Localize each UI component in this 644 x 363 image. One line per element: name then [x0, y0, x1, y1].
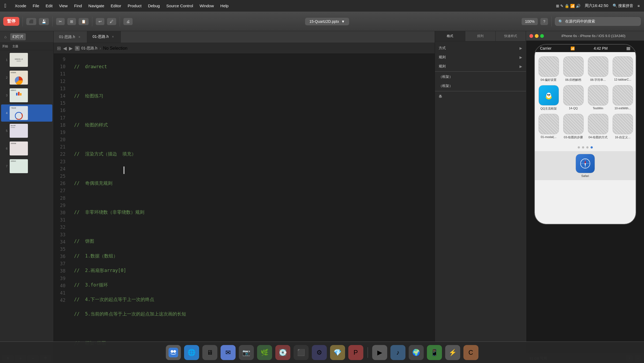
code-line-19: // 非零环绕数（非零绕数）规则 — [74, 209, 430, 216]
target-selector[interactable]: 15-Quartz2D.pptx ▼ — [305, 17, 349, 26]
traffic-light-yellow[interactable] — [535, 34, 539, 38]
menu-source-control[interactable]: Source Control — [166, 3, 193, 8]
ios-app-12[interactable]: 12-tabbarC... — [612, 56, 634, 82]
toolbar-redo-btn[interactable]: 🖊 — [107, 18, 116, 25]
menu-file[interactable]: File — [33, 3, 39, 8]
toolbar-back-btn[interactable]: ⬛ — [26, 18, 36, 25]
context-item-4[interactable]: （框架） — [435, 72, 526, 81]
ios-app-qq[interactable]: QQ主流框架 — [538, 85, 559, 111]
traffic-light-red[interactable] — [529, 34, 533, 38]
menubar-search[interactable]: 🔍 搜索拼音 — [613, 3, 633, 8]
ios-app-safari[interactable]: Safari — [575, 154, 596, 177]
right-panel-tabs: 格式 排列 快速样式 — [435, 31, 526, 41]
menu-window[interactable]: Window — [200, 3, 214, 8]
ios-app-06[interactable]: 06-归档解档 — [563, 56, 584, 82]
dock-photos[interactable]: 📷 — [239, 345, 254, 360]
context-item-3[interactable]: 规则 ▶ — [435, 62, 526, 71]
breadcrumb-expand-btn[interactable]: ⊞ — [57, 45, 61, 51]
ios-app-04[interactable]: 04-偏好设置 — [538, 56, 559, 82]
code-content[interactable]: // drawrect // 绘图练习 // 绘图的样式 // 渲染方式（描边 … — [70, 54, 435, 363]
ios-app-14[interactable]: 14-QQ — [563, 85, 584, 111]
toolbar-copy-btn[interactable]: ⊞ — [67, 18, 76, 25]
context-item-6[interactable]: 条 — [435, 92, 526, 101]
menu-xcode[interactable]: Xcode — [15, 3, 26, 8]
context-item-5[interactable]: （框架） — [435, 81, 526, 90]
ios-app-08[interactable]: 08-字符串... — [587, 56, 609, 82]
right-panel-tab-quickstyle[interactable]: 快速样式 — [496, 31, 526, 41]
code-line-9: // drawrect — [74, 63, 430, 70]
ios-app-testwin[interactable]: TestWin — [587, 85, 609, 111]
dock-phone[interactable]: 📱 — [427, 345, 442, 360]
dock-terminal[interactable]: ⬛ — [294, 345, 309, 360]
breadcrumb-forward-btn[interactable]: ▶ — [69, 45, 73, 51]
toolbar-help-btn[interactable]: ? — [540, 18, 548, 25]
menu-debug[interactable]: Debug — [148, 3, 160, 8]
sidebar-home-btn[interactable]: ⌂ — [2, 33, 9, 40]
dock-csdn[interactable]: C — [463, 345, 478, 360]
tab-close-2[interactable]: × — [111, 35, 115, 39]
menu-find[interactable]: Find — [74, 3, 82, 8]
slide-item-7[interactable]: 7 矩阵制作 — [1, 158, 52, 175]
ios-app-01modal[interactable]: 01-modal(... — [538, 114, 559, 139]
slide-thumb-5: Quartz2D 应用领域 — [10, 124, 28, 138]
dock-unknown2[interactable]: ⚡ — [445, 345, 460, 360]
toolbar-search[interactable]: 🔍 在源代码中的搜索 — [555, 17, 641, 26]
dock-safari[interactable]: 🌐 — [184, 345, 199, 360]
context-label-6: 条 — [439, 94, 442, 99]
page-dot-2 — [586, 146, 588, 148]
toolbar-cut-btn[interactable]: ✂ — [56, 18, 65, 25]
dock-itunes[interactable]: ♪ — [390, 345, 405, 360]
dock-quicktime[interactable]: ▶ — [372, 345, 387, 360]
slide-item-5[interactable]: 5 Quartz2D 应用领域 — [1, 122, 52, 139]
toolbar-print-btn[interactable]: 🖨 — [123, 18, 133, 25]
dock-dvd[interactable]: 💽 — [275, 345, 290, 360]
dock-unknown1[interactable]: 🌍 — [409, 345, 424, 360]
ios-app-16[interactable]: 16-自定义... — [612, 114, 634, 139]
tab-01-silu-h-2[interactable]: 01-思路.h × — [87, 31, 121, 43]
dock-trackpad[interactable]: 🖥 — [202, 345, 217, 360]
menubar-list[interactable]: ≡ — [638, 4, 640, 8]
menu-view[interactable]: View — [59, 3, 68, 8]
ios-app-03[interactable]: 03-绘图的步骤 — [563, 114, 584, 139]
line-num-11: 11 — [54, 70, 70, 78]
tab-close-1[interactable]: × — [77, 35, 82, 39]
dock-preferences[interactable]: ⚙ — [312, 345, 327, 360]
dock-finder[interactable] — [166, 345, 181, 360]
dock-sketch[interactable]: 💎 — [330, 345, 345, 360]
code-editor[interactable]: 9 10 11 12 13 14 15 16 17 18 19 20 21 22… — [54, 54, 435, 363]
sidebar-slides-btn[interactable]: 幻灯片 — [10, 33, 26, 40]
tab-01-silu-h-1[interactable]: 01-思路.h × — [54, 31, 87, 43]
toolbar-save-btn[interactable]: 💾 — [39, 18, 49, 25]
slide-item-4[interactable]: 4 下载进度 — [1, 104, 52, 122]
stop-button[interactable]: 暂停 — [3, 17, 19, 26]
menu-product[interactable]: Product — [128, 3, 142, 8]
svg-point-12 — [548, 96, 550, 96]
line-num-25: 25 — [54, 173, 70, 180]
menu-editor[interactable]: Editor — [111, 3, 121, 8]
toolbar-undo-btn[interactable]: ↩ — [96, 18, 105, 25]
ios-app-10[interactable]: 10-initWith... — [612, 85, 634, 111]
context-item-2[interactable]: 规则 ▶ — [435, 53, 526, 62]
context-item-1[interactable]: 方式 ▶ — [435, 43, 526, 53]
toolbar-paste-btn[interactable]: 📋 — [78, 18, 89, 25]
slide-item-2[interactable]: 2 绘制图标 — [1, 69, 52, 86]
dock-ppt[interactable]: P — [348, 345, 363, 360]
slide-item-6[interactable]: 6 高斯模糊 — [1, 140, 52, 157]
dock-mail[interactable]: ✉ — [221, 345, 236, 360]
right-panel-tab-format[interactable]: 格式 — [435, 31, 465, 41]
dock-iphoto[interactable]: 🌿 — [257, 345, 272, 360]
ios-app-label-16: 16-自定义... — [612, 135, 634, 139]
ios-app-04-draw[interactable]: 04-绘图的方式 — [587, 114, 609, 139]
page-dot-3 — [591, 146, 593, 148]
slide-thumb-3: 绘图样式 — [10, 88, 28, 102]
breadcrumb-back-btn[interactable]: ◀ — [63, 45, 67, 51]
ios-icon-06 — [563, 56, 584, 77]
traffic-light-green[interactable] — [540, 34, 544, 38]
slide-item-1[interactable]: 1 绘制矩形人员 数据图表 — [1, 51, 52, 68]
menu-edit[interactable]: Edit — [46, 3, 53, 8]
apple-menu[interactable]:  — [4, 3, 6, 9]
right-panel-tab-arrange[interactable]: 排列 — [465, 31, 496, 41]
menu-navigate[interactable]: Navigate — [88, 3, 104, 8]
menu-help[interactable]: Help — [220, 3, 229, 8]
slide-item-3[interactable]: 3 绘图样式 — [1, 87, 52, 104]
